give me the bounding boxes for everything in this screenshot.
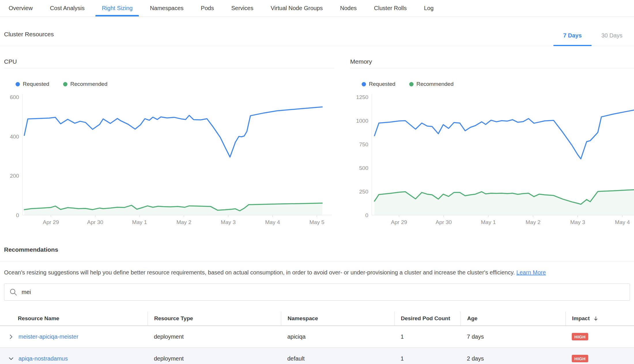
memory-chart-legend: Requested Recommended bbox=[362, 81, 634, 87]
y-tick-label: 250 bbox=[359, 189, 368, 195]
charts-row: CPU Requested Recommended 0200400600Apr … bbox=[0, 46, 634, 227]
x-tick-label: May 1 bbox=[481, 219, 496, 225]
y-tick-label: 0 bbox=[365, 212, 368, 218]
cell-resource-type: deployment bbox=[148, 355, 281, 362]
tab-pods[interactable]: Pods bbox=[192, 0, 223, 16]
cluster-resources-bar: Cluster Resources 7 Days 30 Days bbox=[0, 17, 634, 46]
memory-chart-title: Memory bbox=[350, 58, 634, 68]
impact-badge: HIGH bbox=[572, 333, 588, 340]
x-tick-label: May 2 bbox=[526, 219, 541, 225]
legend-item-recommended[interactable]: Recommended bbox=[63, 81, 107, 87]
cell-resource-type: deployment bbox=[148, 333, 281, 340]
x-tick-label: Apr 29 bbox=[43, 219, 59, 225]
y-tick-label: 750 bbox=[359, 141, 368, 147]
legend-item-recommended[interactable]: Recommended bbox=[409, 81, 454, 87]
tab-nodes[interactable]: Nodes bbox=[331, 0, 365, 16]
x-tick-label: May 1 bbox=[132, 219, 147, 225]
cell-namespace: default bbox=[281, 355, 394, 362]
recommendations-description: Ocean's resizing suggestions will help y… bbox=[0, 269, 634, 276]
cpu-chart-card: CPU Requested Recommended 0200400600Apr … bbox=[4, 58, 334, 227]
memory-line-chart[interactable]: 025050075010001250Apr 29Apr 30May 1May 2… bbox=[350, 91, 634, 227]
header-desired-pod-count: Desired Pod Count bbox=[394, 312, 461, 325]
x-tick-label: May 4 bbox=[615, 219, 630, 225]
cell-desired-pod-count: 1 bbox=[394, 355, 461, 362]
legend-label: Requested bbox=[23, 81, 49, 87]
resource-name-link[interactable]: meister-apiciqa-meister bbox=[18, 333, 78, 340]
tab-namespaces[interactable]: Namespaces bbox=[141, 0, 192, 16]
tab-cluster-rolls[interactable]: Cluster Rolls bbox=[365, 0, 415, 16]
search-icon bbox=[10, 288, 17, 296]
cell-age: 7 days bbox=[461, 333, 565, 340]
period-tab-30-days[interactable]: 30 Days bbox=[592, 32, 632, 46]
x-tick-label: May 2 bbox=[176, 219, 191, 225]
header-resource-name: Resource Name bbox=[0, 312, 148, 325]
cpu-line-chart[interactable]: 0200400600Apr 29Apr 30May 1May 2May 3May… bbox=[4, 91, 334, 227]
recommended-area bbox=[24, 203, 322, 215]
legend-item-requested[interactable]: Requested bbox=[16, 81, 49, 87]
y-tick-label: 500 bbox=[359, 165, 368, 171]
period-tab-7-days[interactable]: 7 Days bbox=[553, 32, 592, 46]
cpu-chart-title: CPU bbox=[4, 58, 334, 68]
tab-virtual-node-groups[interactable]: Virtual Node Groups bbox=[262, 0, 331, 16]
recommended-dot-icon bbox=[63, 82, 67, 86]
table-row[interactable]: meister-apiciqa-meister deployment apici… bbox=[0, 326, 634, 348]
header-age: Age bbox=[461, 312, 565, 325]
recommendations-description-text: Ocean's resizing suggestions will help y… bbox=[4, 269, 515, 276]
header-impact-label: Impact bbox=[572, 315, 590, 322]
chevron-right-icon[interactable] bbox=[8, 334, 14, 340]
x-tick-label: Apr 29 bbox=[391, 219, 407, 225]
chevron-down-icon[interactable] bbox=[8, 356, 14, 361]
y-tick-label: 0 bbox=[16, 212, 19, 218]
cpu-chart-legend: Requested Recommended bbox=[16, 81, 334, 87]
cell-age: 2 days bbox=[461, 355, 565, 362]
table-header-row: Resource Name Resource Type Namespace De… bbox=[0, 312, 634, 326]
y-tick-label: 600 bbox=[10, 94, 19, 100]
x-tick-label: Apr 30 bbox=[436, 219, 452, 225]
search-box bbox=[4, 283, 630, 301]
tab-cost-analysis[interactable]: Cost Analysis bbox=[41, 0, 93, 16]
x-tick-label: May 3 bbox=[570, 219, 585, 225]
requested-line bbox=[24, 107, 322, 157]
table-row[interactable]: apiqa-nostradamus deployment default 1 2… bbox=[0, 348, 634, 364]
x-tick-label: May 4 bbox=[265, 219, 280, 225]
recommendations-table: Resource Name Resource Type Namespace De… bbox=[0, 312, 634, 364]
recommended-dot-icon bbox=[409, 82, 414, 86]
tab-overview[interactable]: Overview bbox=[0, 0, 41, 16]
header-namespace: Namespace bbox=[281, 312, 394, 325]
x-tick-label: Apr 30 bbox=[87, 219, 103, 225]
legend-item-requested[interactable]: Requested bbox=[362, 81, 395, 87]
y-tick-label: 1250 bbox=[356, 94, 368, 100]
search-input[interactable] bbox=[22, 289, 624, 295]
legend-label: Requested bbox=[369, 81, 395, 87]
requested-dot-icon bbox=[16, 82, 20, 86]
y-tick-label: 400 bbox=[10, 134, 19, 140]
resource-name-link[interactable]: apiqa-nostradamus bbox=[18, 355, 68, 362]
period-toggle: 7 Days 30 Days bbox=[553, 32, 632, 46]
x-tick-label: May 3 bbox=[221, 219, 236, 225]
recommendations-header: Recommendations bbox=[0, 246, 634, 261]
cluster-resources-title: Cluster Resources bbox=[4, 31, 54, 38]
memory-chart-card: Memory Requested Recommended 02505007501… bbox=[350, 58, 634, 227]
top-nav: Overview Cost Analysis Right Sizing Name… bbox=[0, 0, 634, 17]
y-tick-label: 1000 bbox=[356, 118, 368, 124]
impact-badge: HIGH bbox=[572, 355, 588, 362]
header-impact[interactable]: Impact bbox=[565, 312, 634, 325]
legend-label: Recommended bbox=[70, 81, 107, 87]
legend-label: Recommended bbox=[416, 81, 454, 87]
header-resource-type: Resource Type bbox=[148, 312, 281, 325]
tab-log[interactable]: Log bbox=[415, 0, 442, 16]
tab-right-sizing[interactable]: Right Sizing bbox=[93, 0, 141, 16]
sort-descending-icon[interactable] bbox=[593, 316, 599, 321]
requested-dot-icon bbox=[362, 82, 366, 86]
right-sizing-page: { "accent_color": "#2f86f6", "link_color… bbox=[0, 0, 634, 364]
tab-services[interactable]: Services bbox=[222, 0, 262, 16]
cell-desired-pod-count: 1 bbox=[394, 333, 461, 340]
cell-namespace: apiciqa bbox=[281, 333, 394, 340]
learn-more-link[interactable]: Learn More bbox=[516, 269, 546, 276]
requested-line bbox=[374, 110, 634, 159]
recommendations-title: Recommendations bbox=[4, 246, 630, 253]
x-tick-label: May 5 bbox=[310, 219, 324, 225]
y-tick-label: 200 bbox=[10, 173, 19, 179]
